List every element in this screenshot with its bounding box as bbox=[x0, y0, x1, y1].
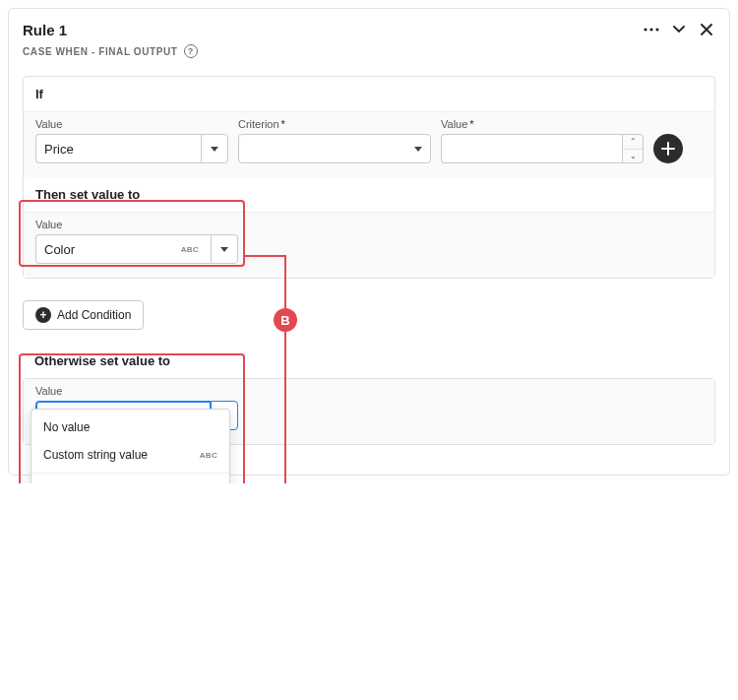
chevron-down-icon bbox=[211, 147, 218, 152]
if-then-card: If Value Price Criterion* bbox=[23, 76, 715, 279]
panel-body: If Value Price Criterion* bbox=[9, 68, 729, 475]
separator bbox=[31, 473, 229, 474]
badge-b: B bbox=[274, 308, 297, 332]
abc-token-icon: ABC bbox=[181, 245, 199, 254]
help-icon[interactable]: ? bbox=[184, 44, 198, 58]
criterion-label: Criterion bbox=[238, 118, 279, 130]
chevron-down-icon bbox=[220, 247, 228, 252]
option-custom-string[interactable]: Custom string valueABC bbox=[31, 441, 229, 469]
connector-vertical bbox=[284, 255, 286, 483]
close-icon[interactable] bbox=[698, 21, 715, 38]
group-rules-header: RULES bbox=[31, 477, 229, 483]
panel-subtitle-row: CASE WHEN - FINAL OUTPUT ? bbox=[9, 44, 729, 68]
collapse-icon[interactable] bbox=[670, 21, 688, 38]
if-value2-required: * bbox=[469, 118, 473, 130]
if-value2-field[interactable] bbox=[441, 134, 622, 163]
value-dropdown-popover: No value Custom string valueABC RULES Cr… bbox=[31, 409, 230, 483]
if-section-body: Value Price Criterion* bbox=[24, 111, 714, 177]
if-section-title: If bbox=[24, 77, 714, 111]
if-value-chevron[interactable] bbox=[201, 134, 228, 163]
abc-token-icon: ABC bbox=[200, 451, 217, 460]
then-value-text: Color bbox=[44, 242, 75, 257]
plus-circle-icon: + bbox=[35, 307, 51, 323]
if-value2-label: Value bbox=[441, 118, 467, 130]
rule-panel: Rule 1 CASE WHEN - FINAL OUTPUT ? If Val… bbox=[8, 8, 730, 476]
option-no-value[interactable]: No value bbox=[31, 414, 229, 441]
add-condition-label: Add Condition bbox=[57, 308, 131, 322]
criterion-required: * bbox=[281, 118, 285, 130]
panel-title: Rule 1 bbox=[23, 22, 67, 38]
add-condition-button[interactable]: + Add Condition bbox=[23, 300, 144, 330]
stepper-up-icon[interactable]: ⌃ bbox=[623, 135, 643, 150]
if-value2-input[interactable]: ⌃ ⌄ bbox=[441, 134, 644, 163]
panel-header: Rule 1 bbox=[9, 9, 729, 44]
svg-point-2 bbox=[655, 28, 658, 31]
if-value-label: Value bbox=[35, 118, 228, 130]
criterion-combo[interactable] bbox=[238, 134, 431, 163]
stepper-down-icon[interactable]: ⌄ bbox=[623, 150, 643, 163]
then-value-chevron[interactable] bbox=[211, 234, 238, 264]
otherwise-value-label: Value bbox=[35, 385, 238, 397]
if-value-combo[interactable]: Price bbox=[35, 134, 228, 163]
svg-point-0 bbox=[644, 28, 646, 31]
more-icon[interactable] bbox=[643, 21, 660, 38]
then-section-body: Value Color ABC bbox=[24, 212, 714, 278]
chevron-down-icon bbox=[414, 147, 422, 152]
then-value-label: Value bbox=[35, 219, 238, 230]
otherwise-section-title: Otherwise set value to bbox=[34, 353, 715, 368]
then-value-combo[interactable]: Color ABC bbox=[35, 234, 238, 264]
add-criterion-button[interactable] bbox=[653, 134, 683, 163]
then-section-title: Then set value to bbox=[24, 177, 714, 212]
if-value-text: Price bbox=[44, 142, 74, 157]
panel-subtitle: CASE WHEN - FINAL OUTPUT bbox=[23, 46, 178, 57]
svg-point-1 bbox=[649, 28, 652, 31]
